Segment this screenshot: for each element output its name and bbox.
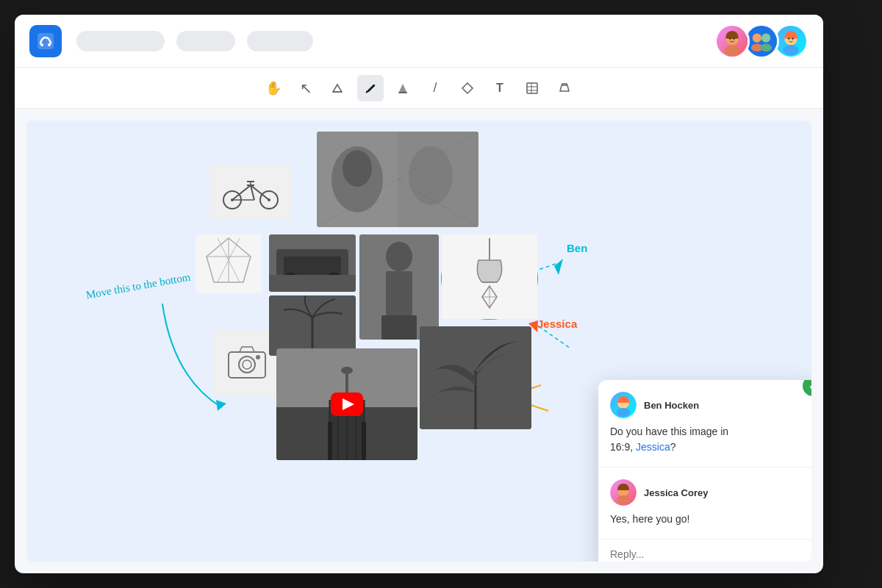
ben-name: Ben Hocken [644, 400, 699, 411]
comment-ben: Ben Hocken Do you have this image in 16:… [598, 380, 811, 467]
image-bicycle [210, 165, 291, 220]
avatars-group [714, 24, 808, 59]
line-tool[interactable]: / [422, 75, 448, 101]
svg-point-42 [231, 198, 234, 201]
image-pier [276, 348, 417, 460]
fill-tool[interactable] [390, 75, 416, 101]
svg-point-7 [753, 33, 761, 42]
svg-point-50 [239, 356, 255, 373]
nav-item-1[interactable] [76, 31, 165, 51]
pen-tool[interactable] [357, 75, 384, 101]
text-tool[interactable]: T [487, 75, 513, 101]
canvas-handwriting: Move this to the bottom [85, 270, 192, 304]
image-car [269, 234, 356, 292]
svg-rect-65 [269, 275, 356, 292]
svg-point-57 [409, 146, 453, 205]
svg-point-90 [341, 367, 353, 374]
svg-point-13 [788, 37, 790, 40]
nav-item-2[interactable] [176, 31, 235, 51]
svg-point-69 [386, 242, 412, 271]
svg-point-2 [48, 43, 51, 46]
eraser-tool[interactable] [325, 75, 351, 101]
image-lamp [442, 234, 537, 319]
svg-marker-22 [216, 400, 226, 411]
toolbar: ✋ ↖ / T [15, 68, 823, 109]
svg-point-10 [760, 43, 772, 51]
svg-marker-17 [462, 83, 473, 93]
canvas-area[interactable]: Move this to the bottom [26, 121, 811, 562]
svg-rect-88 [362, 422, 366, 460]
svg-point-1 [40, 43, 43, 46]
svg-point-43 [268, 198, 270, 201]
stamp-tool[interactable] [551, 75, 578, 101]
select-tool[interactable]: ↖ [293, 75, 319, 101]
comment-jessica: Jessica Corey Yes, here you go! [598, 467, 811, 539]
jessica-mention: Jessica [636, 441, 670, 453]
image-plant [420, 326, 531, 429]
svg-point-96 [617, 495, 630, 504]
cursor-ben: Ben [567, 242, 587, 254]
svg-rect-18 [527, 83, 537, 93]
svg-rect-71 [381, 315, 417, 340]
svg-rect-0 [37, 33, 54, 49]
svg-rect-70 [386, 271, 412, 315]
svg-point-51 [243, 360, 251, 369]
avatar-ben-comment [610, 392, 637, 418]
jessica-name: Jessica Corey [644, 487, 708, 498]
avatar-jessica[interactable] [714, 24, 750, 59]
svg-marker-25 [554, 259, 563, 275]
svg-point-5 [729, 37, 731, 40]
svg-line-27 [539, 326, 570, 348]
reply-area[interactable] [598, 539, 811, 562]
image-palm [269, 295, 356, 356]
svg-rect-62 [284, 257, 341, 275]
avatar-jessica-comment [610, 479, 637, 506]
image-statue [359, 234, 439, 340]
svg-rect-16 [398, 92, 407, 93]
cursor-jessica: Jessica [537, 318, 577, 330]
svg-point-6 [733, 37, 735, 40]
svg-point-12 [784, 45, 799, 55]
comment-user-ben: Ben Hocken [610, 392, 807, 418]
svg-point-14 [792, 37, 794, 40]
logo-button[interactable] [29, 25, 62, 57]
pan-tool[interactable]: ✋ [260, 75, 287, 101]
svg-point-52 [256, 355, 260, 359]
svg-point-94 [617, 408, 630, 417]
nav-item-3[interactable] [247, 31, 313, 51]
reply-input[interactable] [610, 548, 807, 560]
play-button[interactable] [331, 392, 363, 416]
ben-comment-text: Do you have this image in 16:9, Jessica? [610, 424, 807, 455]
comment-panel: Ben Hocken Do you have this image in 16:… [598, 380, 811, 562]
comment-user-jessica: Jessica Corey [610, 479, 807, 506]
jessica-comment-text: Yes, here you go! [610, 512, 807, 527]
shape-tool[interactable] [454, 75, 481, 101]
svg-point-4 [725, 45, 740, 55]
table-tool[interactable] [519, 75, 545, 101]
svg-point-9 [761, 33, 770, 42]
image-diamond [196, 234, 262, 293]
app-container: ✋ ↖ / T [15, 15, 823, 573]
svg-rect-87 [328, 422, 332, 460]
image-graffiti [317, 132, 478, 227]
header [15, 15, 823, 68]
nav-items [76, 31, 714, 51]
